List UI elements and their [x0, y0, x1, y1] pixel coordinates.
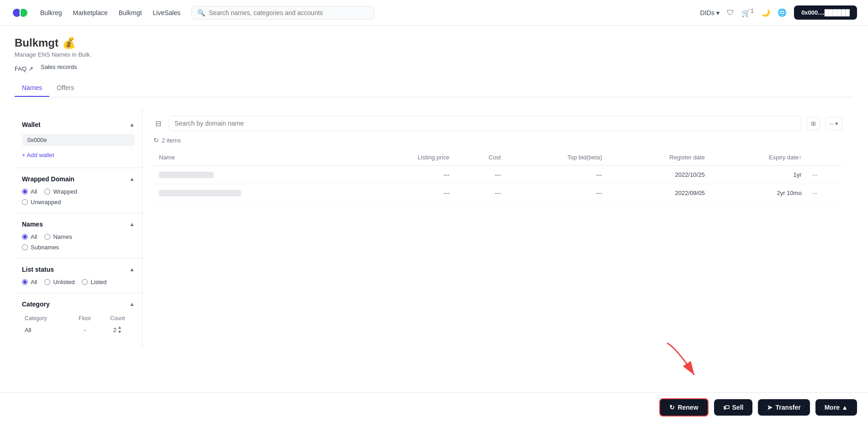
names-names[interactable]: Names — [44, 233, 72, 240]
domain-name-placeholder — [159, 190, 241, 196]
row2-actions[interactable]: ··· — [807, 184, 842, 202]
globe-icon[interactable]: 🌐 — [778, 8, 787, 17]
col-top-bid: Top bid(beta) — [506, 149, 608, 166]
domain-search-input[interactable] — [169, 116, 801, 131]
domain-name-placeholder — [159, 172, 214, 178]
tab-names[interactable]: Names — [15, 79, 49, 97]
global-search[interactable]: 🔍 — [191, 6, 374, 20]
nav-bulkreg[interactable]: Bulkreg — [40, 9, 62, 16]
count-stepper[interactable]: ▲ ▼ — [117, 325, 122, 334]
grid-view-button[interactable]: ⊞ — [807, 117, 820, 130]
dids-dropdown[interactable]: DIDs ▾ — [700, 9, 720, 16]
list-status-all[interactable]: All — [22, 279, 37, 285]
category-chevron-icon[interactable]: ▲ — [129, 301, 135, 307]
row2-listing-price: --- — [360, 184, 455, 202]
list-status-header: List status ▲ — [22, 266, 135, 273]
names-options: All Names Subnames — [22, 233, 135, 251]
names-subnames[interactable]: Subnames — [22, 244, 135, 251]
list-status-unlisted[interactable]: Unlisted — [44, 279, 74, 285]
count-down-button[interactable]: ▼ — [117, 330, 122, 334]
main-layout: Wallet ▲ 0x000e + Add wallet Wrapped Dom… — [0, 108, 868, 349]
category-row-all: All - 2 ▲ ▼ — [22, 323, 135, 336]
row1-top-bid: --- — [506, 166, 608, 184]
col-cost: Cost — [455, 149, 507, 166]
nav-marketplace[interactable]: Marketplace — [73, 9, 107, 16]
wallet-address-tag[interactable]: 0x000e — [22, 134, 135, 146]
list-status-listed[interactable]: Listed — [82, 279, 106, 285]
row2-expiry-date: 2yr 10mo — [710, 184, 807, 202]
grid-icon: ⊞ — [811, 120, 816, 127]
nav-bulkmgt[interactable]: Bulkmgt — [119, 9, 142, 16]
wallet-section-header: Wallet ▲ — [22, 121, 135, 128]
col-actions — [807, 149, 842, 166]
content-toolbar: ⊟ ⊞ -- ▾ — [153, 116, 842, 131]
sales-records-link[interactable]: Sales records — [41, 63, 77, 70]
wrapped-domain-unwrapped[interactable]: Unwrapped — [22, 199, 135, 206]
wrapped-domain-chevron-icon[interactable]: ▲ — [129, 176, 135, 182]
row1-actions[interactable]: ··· — [807, 166, 842, 184]
wrapped-domain-row: All Wrapped — [22, 188, 135, 195]
sidebar: Wallet ▲ 0x000e + Add wallet Wrapped Dom… — [15, 108, 143, 349]
external-link-icon: ↗ — [28, 65, 33, 72]
wrapped-domain-section: Wrapped Domain ▲ All Wrapped Unwrapp — [15, 170, 142, 211]
category-section-header: Category ▲ — [22, 301, 135, 308]
wrapped-domain-header: Wrapped Domain ▲ — [22, 175, 135, 183]
divider-4 — [15, 293, 142, 293]
tabs: Names Offers — [15, 79, 853, 97]
page-links: FAQ ↗ Sales records — [15, 62, 853, 72]
tab-offers[interactable]: Offers — [49, 79, 81, 97]
wrapped-domain-options: All Wrapped Unwrapped — [22, 188, 135, 206]
row1-name — [153, 166, 360, 184]
col-expiry-date: Expiry date↑ — [710, 149, 807, 166]
row1-expiry-date: 1yr — [710, 166, 807, 184]
row2-name — [153, 184, 360, 202]
names-all[interactable]: All — [22, 233, 37, 240]
divider-3 — [15, 258, 142, 258]
add-wallet-button[interactable]: + Add wallet — [22, 150, 54, 160]
category-col-header: Category — [22, 313, 69, 323]
names-section: Names ▲ All Names Subnames — [15, 215, 142, 256]
item-count: ↻ 2 items — [153, 137, 842, 144]
data-table: Name Listing price Cost Top bid(beta) Re… — [153, 149, 842, 202]
col-name: Name — [153, 149, 360, 166]
logo[interactable] — [11, 4, 29, 22]
row2-register-date: 2022/09/05 — [608, 184, 710, 202]
count-col-header: Count — [101, 313, 135, 323]
cart-icon[interactable]: 🛒1 — [741, 7, 754, 17]
divider-1 — [15, 168, 142, 168]
wallet-chevron-up-icon[interactable]: ▲ — [129, 121, 135, 128]
floor-cell: - — [69, 323, 100, 336]
nav-livesales[interactable]: LiveSales — [153, 9, 180, 16]
wrapped-domain-wrapped[interactable]: Wrapped — [44, 188, 77, 195]
category-cell: All — [22, 323, 69, 336]
names-section-header: Names ▲ — [22, 221, 135, 228]
category-table: Category Floor Count All - 2 ▲ — [22, 313, 135, 336]
content-area: ⊟ ⊞ -- ▾ ↻ 2 items Name Listing price Co… — [143, 108, 853, 349]
row1-register-date: 2022/10/25 — [608, 166, 710, 184]
table-row: --- --- --- 2022/10/25 1yr ··· — [153, 166, 842, 184]
col-listing-price: Listing price — [360, 149, 455, 166]
row1-listing-price: --- — [360, 166, 455, 184]
list-status-options: All Unlisted Listed — [22, 279, 135, 285]
floor-col-header: Floor — [69, 313, 100, 323]
category-section: Category ▲ Category Floor Count All - — [15, 295, 142, 342]
page-subtitle: Manage ENS Names in Bulk. — [15, 51, 853, 58]
wrapped-domain-all[interactable]: All — [22, 188, 37, 195]
sort-button[interactable]: -- ▾ — [826, 117, 842, 130]
divider-2 — [15, 213, 142, 213]
theme-icon[interactable]: 🌙 — [761, 8, 770, 17]
names-chevron-icon[interactable]: ▲ — [129, 221, 135, 227]
list-status-chevron-icon[interactable]: ▲ — [129, 266, 135, 273]
list-status-section: List status ▲ All Unlisted Listed — [15, 260, 142, 291]
filter-button[interactable]: ⊟ — [153, 117, 163, 130]
nav-right: DIDs ▾ 🛡 🛒1 🌙 🌐 0x000....██████ — [700, 5, 857, 20]
table-row: --- --- --- 2022/09/05 2yr 10mo ··· — [153, 184, 842, 202]
wallet-button[interactable]: 0x000....██████ — [794, 5, 857, 20]
page-title: Bulkmgt 💰 — [15, 37, 853, 49]
search-input[interactable] — [209, 9, 368, 16]
faq-link[interactable]: FAQ ↗ — [15, 65, 33, 72]
refresh-button[interactable]: ↻ — [153, 137, 159, 144]
row1-cost: --- — [455, 166, 507, 184]
chevron-down-icon: ▾ — [716, 9, 720, 16]
names-row: All Names — [22, 233, 135, 240]
